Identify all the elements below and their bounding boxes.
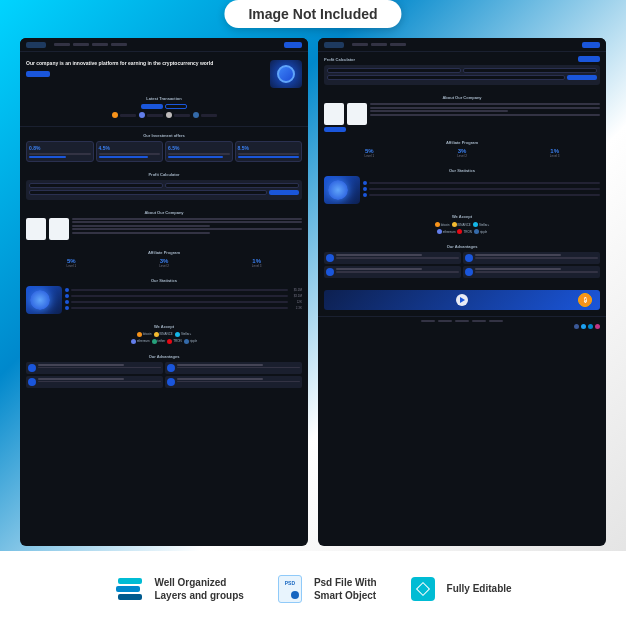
right-calc-row-2: [327, 75, 597, 80]
adv-title-line: [475, 254, 561, 256]
nav-bar: [20, 38, 308, 52]
text-line: [370, 114, 600, 116]
telegram-icon[interactable]: [588, 324, 593, 329]
right-advantages-section: Our Advantages: [318, 240, 606, 284]
facebook-icon[interactable]: [574, 324, 579, 329]
investment-cards: 0.8% 4.5% 6.5% 8.5%: [26, 141, 302, 162]
adv-desc-line: [38, 367, 161, 369]
stat-val: 12K: [290, 300, 302, 304]
adv-desc-line: [475, 271, 598, 273]
inv-bar: [29, 156, 66, 158]
right-adv-icon-1: [326, 254, 334, 262]
right-aff-label-1: Level 1: [324, 154, 415, 158]
calc-input-3[interactable]: [29, 190, 267, 195]
statistics-title: Our Statistics: [26, 278, 302, 283]
nav-link[interactable]: [54, 43, 70, 46]
tx-text: [174, 114, 190, 117]
nav-link[interactable]: [371, 43, 387, 46]
tether-dot: [152, 339, 157, 344]
profit-calculator: [26, 180, 302, 200]
nav-link[interactable]: [111, 43, 127, 46]
right-about-button[interactable]: [324, 127, 346, 132]
nav-login-button[interactable]: [284, 42, 302, 48]
nav-link[interactable]: [92, 43, 108, 46]
stat-bar: [71, 295, 288, 297]
right-nav-login-button[interactable]: [582, 42, 600, 48]
calc-result: [269, 190, 299, 195]
footer-link-1[interactable]: [421, 320, 435, 322]
right-nav-bar: [318, 38, 606, 52]
inv-label: [29, 153, 91, 155]
right-tron-label: TRON: [463, 230, 472, 234]
right-about-content: [324, 103, 600, 125]
stellar-label: Stellar+: [181, 332, 191, 336]
adv-text-2: [177, 364, 300, 370]
right-stat-row-1: [363, 181, 600, 185]
accept-binance: BINANCE: [154, 332, 173, 337]
right-stellar-dot: [473, 222, 478, 227]
calc-input-2[interactable]: [165, 183, 299, 188]
right-profit-calc-section: Profit Calculator: [318, 52, 606, 91]
stat-row-3: 12K: [65, 300, 302, 304]
about-doc-1: [26, 218, 46, 240]
right-aff-level-2: 3% Level 2: [417, 148, 508, 158]
footer-link-3[interactable]: [455, 320, 469, 322]
feature-psd-title: Psd File With: [314, 576, 377, 589]
stat-val: $3.1M: [290, 294, 302, 298]
calc-input-1[interactable]: [29, 183, 163, 188]
right-calc-input-2[interactable]: [463, 68, 597, 73]
right-calc-input-1[interactable]: [327, 68, 461, 73]
stat-row-4: 2.3K: [65, 306, 302, 310]
right-about-text: [370, 103, 600, 117]
inv-card-1: 0.8%: [26, 141, 94, 162]
adv-item-2: [165, 362, 302, 374]
stat-bar: [369, 188, 600, 190]
stat-bar: [71, 301, 288, 303]
right-affiliate-title: Affiliate Program: [324, 140, 600, 145]
video-player[interactable]: ₿: [324, 290, 600, 310]
footer-link-2[interactable]: [438, 320, 452, 322]
deposit-button[interactable]: [141, 104, 163, 109]
nav-link[interactable]: [73, 43, 89, 46]
divider: [20, 126, 308, 127]
right-calc-input-3[interactable]: [327, 75, 565, 80]
aff-level-1: 5% Level 1: [26, 258, 117, 268]
nav-link[interactable]: [352, 43, 368, 46]
nav-link[interactable]: [390, 43, 406, 46]
layers-icon: [116, 578, 144, 600]
feature-layers: Well Organized Layers and groups: [114, 575, 243, 603]
text-line: [72, 218, 302, 220]
instagram-icon[interactable]: [595, 324, 600, 329]
right-tron-dot: [457, 229, 462, 234]
about-doc-2: [49, 218, 69, 240]
tx-item-eth: [139, 112, 163, 118]
left-page-preview: Our company is an innovative platform fo…: [20, 38, 308, 546]
eth-label: ethereum: [137, 339, 150, 343]
right-calc-button[interactable]: [578, 56, 600, 62]
footer-link-4[interactable]: [472, 320, 486, 322]
stat-bar: [369, 182, 600, 184]
ltc-dot: [166, 112, 172, 118]
footer-social: [324, 324, 600, 329]
right-stats-3d: [324, 176, 360, 204]
text-line: [72, 225, 210, 227]
inv-card-2: 4.5%: [96, 141, 164, 162]
hero-image: [270, 60, 302, 88]
feature-psd-text: Psd File With Smart Object: [314, 576, 377, 602]
hero-cta-button[interactable]: [26, 71, 50, 77]
latest-transaction-title: Latest Transaction: [26, 96, 302, 101]
adv-icon-3: [28, 378, 36, 386]
right-adv-item-1: [324, 252, 461, 264]
play-button[interactable]: [456, 294, 468, 306]
twitter-icon[interactable]: [581, 324, 586, 329]
inv-pct-3: 6.5%: [168, 145, 230, 151]
feature-layers-title: Well Organized: [154, 576, 243, 589]
stat-bar: [71, 307, 288, 309]
aff-level-2: 3% Level 2: [119, 258, 210, 268]
calc-row-2: [29, 190, 299, 195]
right-adv-text-2: [475, 254, 598, 260]
inv-card-3: 6.5%: [165, 141, 233, 162]
withdraw-button[interactable]: [165, 104, 187, 109]
right-accept-ripple: ripple: [474, 229, 487, 234]
footer-link-5[interactable]: [489, 320, 503, 322]
